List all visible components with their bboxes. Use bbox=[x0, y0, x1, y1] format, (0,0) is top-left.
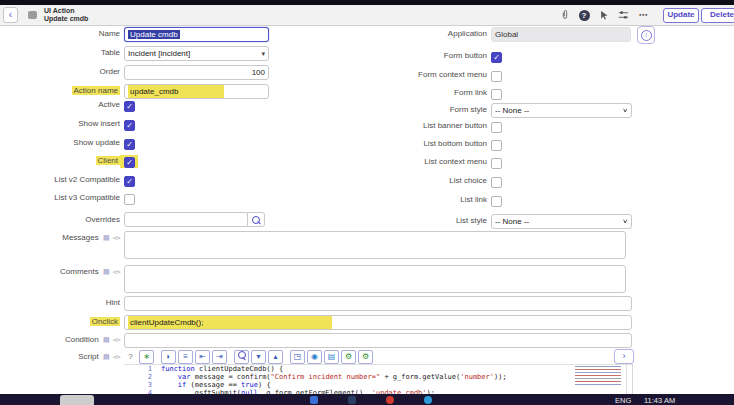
script-toolbar: ? ∗ ◗ ≡ ⇤ ⇥ ▾ ▴ ◳ ◉ ▤ ⚙ ⚙ bbox=[124, 350, 373, 364]
list-bottom-button-label: List bottom button bbox=[330, 139, 487, 149]
list-banner-button-checkbox[interactable] bbox=[491, 122, 502, 133]
search-icon bbox=[238, 351, 246, 359]
expand-editor-button[interactable]: › bbox=[614, 349, 634, 364]
messages-textarea[interactable] bbox=[124, 231, 626, 259]
hint-label: Hint bbox=[0, 298, 120, 308]
taskbar-app-icon[interactable] bbox=[348, 396, 356, 404]
application-info-button[interactable]: i bbox=[637, 26, 655, 44]
find-previous-button[interactable]: ▴ bbox=[268, 350, 283, 364]
more-options-icon[interactable]: ⋯ bbox=[637, 9, 649, 21]
editor-minimap bbox=[575, 366, 621, 393]
script-help-icon[interactable]: ? bbox=[124, 351, 137, 363]
taskbar-item[interactable] bbox=[60, 395, 94, 405]
action-name-input[interactable]: update_cmdb bbox=[124, 84, 269, 99]
client-checkbox[interactable]: ✓ bbox=[124, 157, 135, 168]
name-label: Name bbox=[0, 29, 120, 39]
comments-label-text: Comments bbox=[60, 267, 99, 276]
script-label: Script ▤ </> bbox=[0, 352, 120, 362]
list-context-menu-checkbox[interactable] bbox=[491, 158, 502, 169]
personalize-icon[interactable] bbox=[598, 9, 610, 21]
name-input[interactable]: Update cmdb bbox=[124, 27, 269, 42]
form-button-checkbox[interactable]: ✓ bbox=[491, 52, 502, 63]
code-toggle-icon[interactable]: </> bbox=[113, 337, 120, 343]
indent-decrease-button[interactable]: ⇤ bbox=[195, 350, 210, 364]
onclick-label-text: Onclick bbox=[90, 317, 120, 326]
show-insert-checkbox[interactable]: ✓ bbox=[124, 120, 135, 131]
action-name-label: Action name bbox=[0, 86, 120, 96]
syntax-check-button[interactable]: ◉ bbox=[307, 350, 322, 364]
form-header: ‹ UI Action Update cmdb ? ⋯ Update Delet… bbox=[0, 5, 734, 26]
code-toggle-icon[interactable]: </> bbox=[113, 235, 120, 241]
active-checkbox[interactable]: ✓ bbox=[124, 101, 135, 112]
overrides-input[interactable] bbox=[124, 212, 249, 227]
code-toggle-icon[interactable]: </> bbox=[113, 269, 120, 275]
back-button[interactable]: ‹ bbox=[3, 7, 18, 23]
hint-input[interactable] bbox=[124, 296, 632, 311]
list-style-value: -- None -- bbox=[495, 215, 529, 228]
find-next-button[interactable]: ▾ bbox=[251, 350, 266, 364]
form-button-label: Form button bbox=[330, 51, 487, 61]
form-settings-icon[interactable] bbox=[617, 9, 630, 21]
editor-preferences-button[interactable]: ⚙ bbox=[358, 350, 373, 364]
grid-icon[interactable]: ▤ bbox=[103, 234, 110, 241]
list-style-select[interactable]: -- None -- ∨ bbox=[491, 214, 632, 229]
overrides-lookup-button[interactable] bbox=[247, 212, 265, 227]
form-context-menu-checkbox[interactable] bbox=[491, 71, 502, 82]
script-helper-button[interactable]: ⚙ bbox=[341, 350, 356, 364]
taskbar-app-icon[interactable] bbox=[386, 396, 394, 404]
code-toggle-icon[interactable]: </> bbox=[113, 354, 120, 360]
context-menu-icon[interactable] bbox=[28, 11, 37, 19]
save-script-button[interactable]: ▤ bbox=[324, 350, 339, 364]
table-select[interactable]: Incident [incident] ▾ bbox=[124, 46, 269, 61]
taskbar-app-icon[interactable] bbox=[310, 396, 318, 404]
grid-icon[interactable]: ▤ bbox=[103, 268, 110, 275]
messages-label-text: Messages bbox=[62, 233, 98, 242]
list-link-checkbox[interactable] bbox=[491, 196, 502, 207]
overrides-label: Overrides bbox=[0, 215, 120, 225]
form-style-select[interactable]: -- None -- ∨ bbox=[491, 103, 632, 118]
name-value: Update cmdb bbox=[128, 30, 180, 39]
help-icon[interactable]: ? bbox=[578, 9, 590, 21]
list-v2-checkbox[interactable]: ✓ bbox=[124, 176, 135, 187]
form-context-menu-label: Form context menu bbox=[330, 70, 487, 80]
grid-icon[interactable]: ▤ bbox=[103, 353, 110, 360]
editor-scrollbar[interactable] bbox=[626, 365, 627, 396]
onclick-input[interactable]: clientUpdateCmdb(); bbox=[124, 315, 632, 330]
application-label: Application bbox=[330, 29, 487, 39]
condition-input[interactable] bbox=[124, 333, 632, 348]
chevron-down-icon: ∨ bbox=[622, 217, 628, 226]
open-new-window-button[interactable]: ◳ bbox=[290, 350, 305, 364]
attachment-icon[interactable] bbox=[559, 9, 571, 21]
grid-icon[interactable]: ▤ bbox=[103, 336, 110, 343]
search-button[interactable] bbox=[234, 350, 249, 364]
taskbar-clock[interactable]: 11:43 AM bbox=[644, 396, 675, 405]
order-input[interactable]: 100 bbox=[124, 65, 269, 80]
table-label: Table bbox=[0, 48, 120, 58]
format-code-button[interactable]: ≡ bbox=[178, 350, 193, 364]
client-label: Client bbox=[0, 156, 120, 166]
form-link-checkbox[interactable] bbox=[491, 89, 502, 100]
taskbar-app-icon[interactable] bbox=[424, 396, 432, 404]
messages-label: Messages ▤ </> bbox=[0, 233, 120, 243]
show-insert-label: Show insert bbox=[0, 119, 120, 129]
list-v3-checkbox[interactable] bbox=[124, 194, 135, 205]
delete-button[interactable]: Delete bbox=[701, 8, 734, 23]
script-editor[interactable]: 1function clientUpdateCmdb() {2 var mess… bbox=[124, 364, 633, 396]
list-choice-checkbox[interactable] bbox=[491, 177, 502, 188]
toggle-comment-button[interactable]: ◗ bbox=[161, 350, 176, 364]
dropdown-arrow-icon: ▾ bbox=[261, 47, 265, 60]
taskbar-language[interactable]: ENG bbox=[615, 396, 631, 405]
onclick-label: Onclick bbox=[0, 317, 120, 327]
show-update-checkbox[interactable]: ✓ bbox=[124, 139, 135, 150]
list-bottom-button-checkbox[interactable] bbox=[491, 140, 502, 151]
tree-view-button[interactable]: ∗ bbox=[139, 350, 154, 364]
action-name-label-text: Action name bbox=[72, 86, 120, 95]
form-style-value: -- None -- bbox=[495, 104, 529, 117]
script-label-text: Script bbox=[78, 352, 98, 361]
indent-increase-button[interactable]: ⇥ bbox=[212, 350, 227, 364]
list-v3-label: List v3 Compatible bbox=[0, 193, 120, 203]
help-glyph: ? bbox=[579, 10, 590, 21]
info-icon: i bbox=[641, 30, 652, 41]
comments-textarea[interactable] bbox=[124, 265, 626, 293]
update-button[interactable]: Update bbox=[663, 8, 699, 23]
